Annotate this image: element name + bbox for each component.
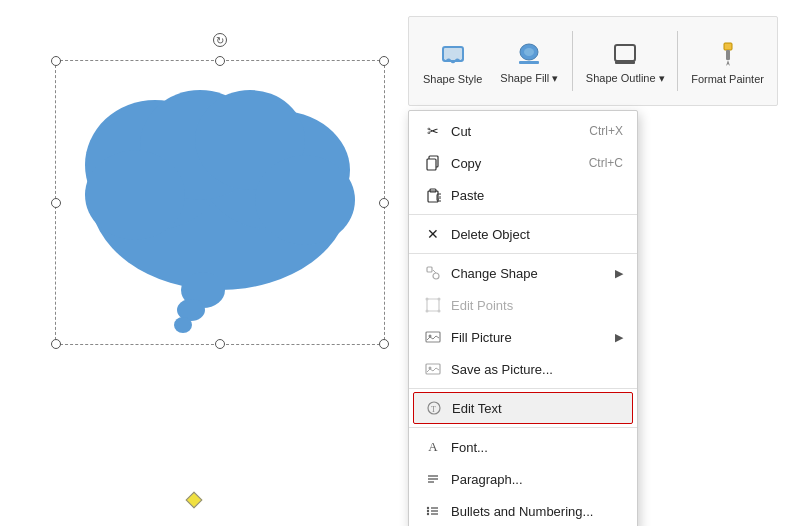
shape-style-label: Shape Style [423,73,482,85]
svg-point-5 [85,150,185,240]
format-painter-icon [712,38,744,70]
svg-rect-11 [443,47,463,61]
shape-outline-label: Shape Outline ▾ [586,72,665,85]
cloud-shape[interactable] [55,55,385,340]
svg-text:A: A [438,195,441,201]
rotate-handle[interactable]: ↻ [213,33,227,47]
menu-item-paragraph[interactable]: Paragraph... [409,463,637,495]
toolbar: Shape Style Shape Fill ▾ Shape Outline ▾ [408,16,778,106]
svg-point-6 [255,155,355,245]
svg-point-9 [174,317,192,333]
svg-rect-17 [724,43,732,50]
menu-item-save-picture[interactable]: Save as Picture... [409,353,637,385]
svg-rect-14 [519,61,539,64]
menu-item-font[interactable]: A Font... [409,431,637,463]
delete-icon: ✕ [423,224,443,244]
save-picture-icon [423,359,443,379]
svg-rect-20 [427,159,436,170]
separator-3 [409,388,637,389]
svg-text:T: T [431,405,436,414]
toolbar-shape-style[interactable]: Shape Style [419,34,486,89]
edit-text-icon: T [424,398,444,418]
paragraph-icon [423,469,443,489]
svg-rect-16 [615,61,635,64]
change-shape-arrow: ▶ [615,267,623,280]
bullets-icon [423,501,443,521]
paragraph-label: Paragraph... [451,472,623,487]
menu-item-delete[interactable]: ✕ Delete Object [409,218,637,250]
toolbar-format-painter[interactable]: Format Painter [688,34,767,89]
cut-icon: ✂ [423,121,443,141]
fill-picture-arrow: ▶ [615,331,623,344]
menu-item-paste[interactable]: A Paste [409,179,637,211]
toolbar-divider [572,31,573,91]
edit-points-label: Edit Points [451,298,623,313]
toolbar-shape-outline[interactable]: Shape Outline ▾ [583,33,667,89]
handle-bottom-left[interactable] [51,339,61,349]
svg-point-30 [426,310,429,313]
svg-point-13 [524,48,534,56]
svg-point-41 [427,507,429,509]
fill-picture-label: Fill Picture [451,330,615,345]
svg-point-29 [438,298,441,301]
delete-label: Delete Object [451,227,623,242]
edit-text-label: Edit Text [452,401,622,416]
svg-point-26 [433,273,439,279]
font-icon: A [423,437,443,457]
separator-2 [409,253,637,254]
bullets-label: Bullets and Numbering... [451,504,623,519]
menu-item-fill-picture[interactable]: Fill Picture ▶ [409,321,637,353]
cut-label: Cut [451,124,589,139]
copy-icon [423,153,443,173]
menu-item-bullets[interactable]: Bullets and Numbering... [409,495,637,526]
menu-item-edit-text[interactable]: T Edit Text [413,392,633,424]
svg-rect-25 [427,267,432,272]
svg-rect-18 [726,50,730,60]
change-shape-label: Change Shape [451,266,615,281]
cut-shortcut: Ctrl+X [589,124,623,138]
svg-point-28 [426,298,429,301]
yellow-diamond-handle[interactable] [186,492,203,509]
menu-item-edit-points: Edit Points [409,289,637,321]
paste-icon: A [423,185,443,205]
svg-rect-15 [615,45,635,61]
menu-item-cut[interactable]: ✂ Cut Ctrl+X [409,115,637,147]
separator-1 [409,214,637,215]
font-label: Font... [451,440,623,455]
menu-item-copy[interactable]: Copy Ctrl+C [409,147,637,179]
svg-rect-27 [427,299,439,311]
handle-bottom-middle[interactable] [215,339,225,349]
fill-picture-icon [423,327,443,347]
toolbar-divider-2 [677,31,678,91]
separator-4 [409,427,637,428]
svg-point-31 [438,310,441,313]
copy-label: Copy [451,156,589,171]
paste-label: Paste [451,188,623,203]
save-picture-label: Save as Picture... [451,362,623,377]
shape-fill-icon [513,37,545,69]
toolbar-shape-fill[interactable]: Shape Fill ▾ [496,33,562,89]
canvas: ↻ Shape Style [0,0,800,526]
menu-item-change-shape[interactable]: Change Shape ▶ [409,257,637,289]
edit-points-icon [423,295,443,315]
context-menu: ✂ Cut Ctrl+X Copy Ctrl+C A Paste ✕ Delet… [408,110,638,526]
svg-point-45 [427,513,429,515]
shape-style-icon [437,38,469,70]
handle-bottom-right[interactable] [379,339,389,349]
shape-outline-icon [609,37,641,69]
change-shape-icon [423,263,443,283]
svg-point-43 [427,510,429,512]
format-painter-label: Format Painter [691,73,764,85]
copy-shortcut: Ctrl+C [589,156,623,170]
shape-fill-label: Shape Fill ▾ [500,72,558,85]
